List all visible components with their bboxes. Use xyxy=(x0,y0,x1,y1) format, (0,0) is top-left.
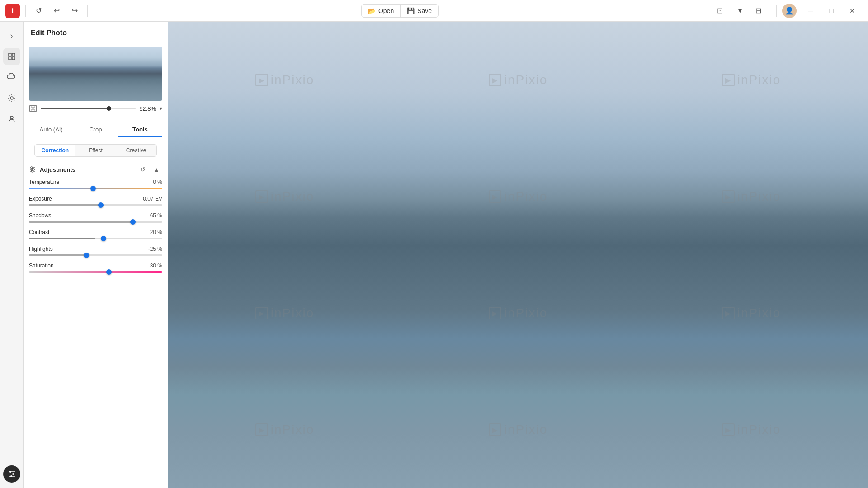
compare-button[interactable]: ⊡ xyxy=(710,4,729,18)
photo-canvas: ▶ inPixio ▶ inPixio ▶ inPixio xyxy=(168,22,868,488)
contrast-label: Contrast xyxy=(29,229,49,235)
file-actions: 📂 Open 💾 Save xyxy=(361,4,439,18)
maximize-button[interactable]: □ xyxy=(821,4,842,18)
close-button[interactable]: ✕ xyxy=(842,4,863,18)
temperature-thumb[interactable] xyxy=(90,186,96,191)
user-avatar[interactable]: 👤 xyxy=(782,4,797,18)
icon-sidebar: › xyxy=(0,22,24,488)
tab-crop[interactable]: Crop xyxy=(73,123,118,137)
open-button[interactable]: 📂 Open xyxy=(362,5,400,17)
saturation-value: 30 % xyxy=(150,263,162,269)
sidebar-btn-people[interactable] xyxy=(3,110,20,127)
people-icon xyxy=(7,114,16,123)
collapse-adjustments-btn[interactable]: ▲ xyxy=(151,164,162,175)
panel-title: Edit Photo xyxy=(31,29,67,37)
sidebar-btn-collapse[interactable]: › xyxy=(3,27,20,44)
svg-point-18 xyxy=(31,170,33,172)
tab-correction[interactable]: Correction xyxy=(35,145,75,156)
contrast-thumb[interactable] xyxy=(101,236,106,241)
app-logo: i xyxy=(5,4,20,18)
original-button[interactable]: ⊟ xyxy=(751,4,765,18)
exposure-fill xyxy=(29,204,101,206)
zoom-slider[interactable] xyxy=(41,108,136,109)
temperature-slider-row: Temperature 0 % xyxy=(29,179,162,189)
logo-char: i xyxy=(12,7,14,15)
svg-point-16 xyxy=(31,167,33,169)
shadows-track[interactable] xyxy=(29,221,162,223)
adjustments-section: Adjustments ↺ ▲ Temperature 0 % xyxy=(24,159,168,488)
tab-effect[interactable]: Effect xyxy=(75,145,116,156)
header-left: Adjustments xyxy=(29,166,75,173)
contrast-track[interactable] xyxy=(29,238,162,239)
undo-button[interactable]: ↺ xyxy=(31,4,46,18)
svg-point-10 xyxy=(12,473,14,475)
zoom-fill xyxy=(41,108,109,109)
contrast-label-row: Contrast 20 % xyxy=(29,229,162,235)
exposure-slider-row: Exposure 0.07 EV xyxy=(29,196,162,206)
zoom-value: 92.8% xyxy=(139,105,156,112)
shadows-label-row: Shadows 65 % xyxy=(29,212,162,219)
compare-dropdown[interactable]: ▾ xyxy=(733,4,747,18)
reset-adjustments-btn[interactable]: ↺ xyxy=(137,164,149,175)
shadows-thumb[interactable] xyxy=(130,219,136,225)
adjustments-title: Adjustments xyxy=(40,166,75,173)
highlights-fill xyxy=(29,254,86,256)
contrast-slider-row: Contrast 20 % xyxy=(29,229,162,239)
minimize-button[interactable]: ─ xyxy=(800,4,821,18)
sidebar-btn-adjust[interactable] xyxy=(3,465,20,483)
tab-tools[interactable]: Tools xyxy=(118,123,162,137)
panel-header: Edit Photo xyxy=(24,22,168,41)
titlebar: i ↺ ↩ ↪ 📂 Open 💾 Save ⊡ ▾ ⊟ 👤 ─ □ ✕ xyxy=(0,0,868,22)
open-label: Open xyxy=(378,7,394,14)
saturation-track[interactable] xyxy=(29,271,162,273)
highlights-thumb[interactable] xyxy=(84,253,89,258)
exposure-label: Exposure xyxy=(29,196,52,202)
canvas-area: ▶ inPixio ▶ inPixio ▶ inPixio xyxy=(168,22,868,488)
svg-point-17 xyxy=(33,169,34,170)
highlights-value: -25 % xyxy=(148,246,162,252)
saturation-label: Saturation xyxy=(29,263,54,269)
svg-point-9 xyxy=(9,471,11,473)
highlights-track[interactable] xyxy=(29,254,162,256)
tab-auto-ai[interactable]: Auto (AI) xyxy=(29,123,73,137)
header-right: ↺ ▲ xyxy=(137,164,162,175)
contrast-value: 20 % xyxy=(150,229,162,235)
highlights-label: Highlights xyxy=(29,246,53,252)
sep3 xyxy=(776,5,777,17)
exposure-track[interactable] xyxy=(29,204,162,206)
temperature-track[interactable] xyxy=(29,188,162,189)
sliders-icon xyxy=(7,469,16,479)
svg-rect-12 xyxy=(30,105,36,112)
inner-tabs: Correction Effect Creative xyxy=(34,144,157,157)
saturation-label-row: Saturation 30 % xyxy=(29,263,162,269)
saturation-thumb[interactable] xyxy=(106,269,112,275)
main-layout: › xyxy=(0,22,868,488)
svg-point-11 xyxy=(10,475,12,477)
svg-point-4 xyxy=(10,97,13,99)
sidebar-btn-layers[interactable] xyxy=(3,48,20,65)
tab-creative[interactable]: Creative xyxy=(116,145,156,156)
photo-background xyxy=(168,22,868,488)
sep2 xyxy=(87,5,88,17)
sidebar-btn-cloud[interactable] xyxy=(3,69,20,86)
save-button[interactable]: 💾 Save xyxy=(400,5,438,17)
window-controls: 👤 ─ □ ✕ xyxy=(774,4,863,18)
sidebar-btn-settings[interactable] xyxy=(3,89,20,107)
shadows-value: 65 % xyxy=(150,212,162,219)
preview-image xyxy=(29,47,162,101)
highlights-slider-row: Highlights -25 % xyxy=(29,246,162,256)
exposure-thumb[interactable] xyxy=(98,202,104,208)
photo-preview: 92.8% ▾ xyxy=(24,41,168,118)
svg-rect-1 xyxy=(12,53,15,56)
temperature-label-row: Temperature 0 % xyxy=(29,179,162,185)
exposure-value: 0.07 EV xyxy=(143,196,162,202)
highlights-label-row: Highlights -25 % xyxy=(29,246,162,252)
preview-controls: 92.8% ▾ xyxy=(29,104,162,113)
undo-button2[interactable]: ↩ xyxy=(49,4,64,18)
outer-tabs: Auto (AI) Crop Tools Correction Effect C… xyxy=(24,118,168,159)
saturation-slider-row: Saturation 30 % xyxy=(29,263,162,273)
svg-rect-0 xyxy=(9,53,11,56)
zoom-dropdown[interactable]: ▾ xyxy=(160,105,162,112)
redo-button[interactable]: ↪ xyxy=(67,4,82,18)
outer-tabs-row: Auto (AI) Crop Tools xyxy=(29,123,162,137)
